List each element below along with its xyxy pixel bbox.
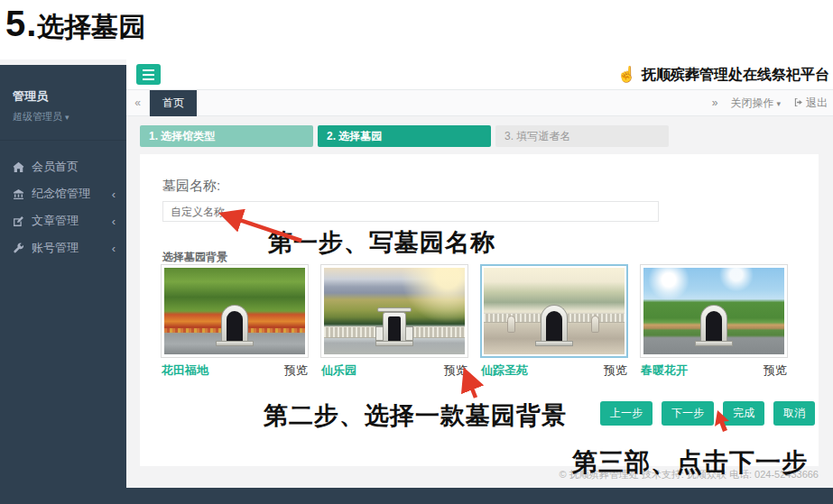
- edit-icon: [13, 215, 24, 227]
- sidebar-item-label: 纪念馆管理: [32, 186, 112, 202]
- statue-graphic: [591, 316, 599, 333]
- background-image-misty-mountains: [484, 268, 625, 354]
- bank-icon: [13, 188, 24, 200]
- preview-link[interactable]: 预览: [284, 362, 308, 379]
- cemetery-name-label: 墓园名称:: [162, 178, 220, 195]
- sidebar-item-label: 文章管理: [32, 213, 112, 229]
- sidebar-item-article-mgmt[interactable]: 文章管理 ‹: [0, 207, 126, 234]
- tombstone-graphic: [375, 312, 413, 346]
- cancel-button[interactable]: 取消: [773, 401, 815, 426]
- hand-point-icon: ☝: [617, 66, 636, 83]
- background-card-3-selected[interactable]: 仙踪圣苑 预览: [480, 264, 628, 379]
- background-name-link[interactable]: 仙踪圣苑: [481, 362, 528, 379]
- tombstone-graphic: [535, 305, 573, 346]
- prev-step-button[interactable]: 上一步: [600, 401, 653, 426]
- sidebar: 管理员 超级管理员▾ 会员首页 纪念馆管理 ‹ 文章管理 ‹: [0, 65, 126, 488]
- caret-down-icon: ▾: [65, 113, 69, 122]
- chevron-left-icon: ‹: [112, 188, 116, 201]
- home-icon: [13, 161, 24, 173]
- background-name-link[interactable]: 仙乐园: [321, 362, 356, 379]
- tab-scroll-left-icon[interactable]: «: [126, 90, 150, 115]
- background-image-spring-garden: [643, 268, 784, 354]
- caret-down-icon: ▾: [776, 99, 781, 108]
- wizard-step-3[interactable]: 3. 填写逝者名: [495, 125, 669, 147]
- annotation-step3-text: 第三部、点击下一步: [572, 445, 808, 480]
- sidebar-profile: 管理员 超级管理员▾: [0, 65, 126, 141]
- preview-link[interactable]: 预览: [444, 362, 467, 379]
- chevron-left-icon: ‹: [112, 242, 116, 255]
- background-section-label: 选择墓园背景: [162, 250, 227, 265]
- sidebar-item-memorial-mgmt[interactable]: 纪念馆管理 ‹: [0, 180, 126, 207]
- background-card-1[interactable]: 花田福地 预览: [161, 264, 309, 379]
- preview-link[interactable]: 预览: [604, 362, 627, 379]
- tab-scroll-right-icon[interactable]: »: [712, 96, 718, 109]
- cemetery-name-input[interactable]: [162, 201, 659, 222]
- sidebar-item-member-home[interactable]: 会员首页: [0, 153, 126, 180]
- preview-link[interactable]: 预览: [764, 362, 787, 379]
- screenshot-root: 5.选择墓园 管理员 超级管理员▾ 会员首页 纪念馆管理 ‹: [0, 0, 833, 504]
- background-card-2[interactable]: 仙乐园 预览: [320, 264, 468, 379]
- statue-graphic: [507, 316, 515, 333]
- menu-icon: [143, 69, 154, 71]
- chevron-left-icon: ‹: [112, 215, 116, 228]
- wizard-buttons: 上一步 下一步 完成 取消: [600, 401, 815, 426]
- wizard-steps: 1. 选择馆类型 2. 选择墓园 3. 填写逝者名: [140, 125, 669, 147]
- main-content: 1. 选择馆类型 2. 选择墓园 3. 填写逝者名 墓园名称: 选择墓园背景: [126, 116, 833, 488]
- close-operations-dropdown[interactable]: 关闭操作▾: [730, 96, 781, 111]
- logout-button[interactable]: 退出: [793, 96, 828, 111]
- page-title-number: 5.: [5, 4, 37, 43]
- tab-home[interactable]: 首页: [150, 90, 197, 116]
- bottom-bar: [0, 488, 833, 504]
- logout-icon: [793, 97, 803, 107]
- finish-button[interactable]: 完成: [723, 401, 764, 426]
- platform-brand: ☝抚顺殡葬管理处在线祭祀平台: [617, 65, 829, 85]
- wrench-icon: [13, 243, 24, 254]
- page-title: 5.选择墓园: [5, 4, 145, 46]
- top-navbar: ☝抚顺殡葬管理处在线祭祀平台: [126, 60, 833, 90]
- annotation-step2-text: 第二步、选择一款墓园背景: [264, 399, 567, 432]
- sidebar-menu: 会员首页 纪念馆管理 ‹ 文章管理 ‹ 账号管理 ‹: [0, 153, 126, 261]
- annotation-step1-text: 第一步、写墓园名称: [268, 226, 495, 259]
- tab-tools: » 关闭操作▾ 退出: [712, 90, 828, 115]
- user-role-dropdown[interactable]: 超级管理员▾: [13, 110, 114, 124]
- tab-bar: « 首页 » 关闭操作▾ 退出: [126, 90, 833, 116]
- page-title-text: 选择墓园: [37, 12, 145, 41]
- tombstone-graphic: [695, 305, 733, 346]
- menu-toggle-button[interactable]: [136, 64, 161, 85]
- sidebar-item-label: 会员首页: [32, 159, 116, 175]
- user-name: 管理员: [13, 88, 114, 105]
- platform-brand-text: 抚顺殡葬管理处在线祭祀平台: [642, 67, 829, 82]
- background-name-link[interactable]: 春暖花开: [641, 362, 688, 379]
- sidebar-item-account-mgmt[interactable]: 账号管理 ‹: [0, 234, 126, 261]
- background-card-4[interactable]: 春暖花开 预览: [640, 264, 788, 379]
- wizard-step-2[interactable]: 2. 选择墓园: [318, 125, 491, 147]
- tombstone-graphic: [216, 305, 254, 346]
- background-gallery: 花田福地 预览 仙乐园 预览: [161, 264, 788, 379]
- background-image-paradise-hills: [324, 268, 465, 354]
- next-step-button[interactable]: 下一步: [662, 401, 714, 426]
- background-name-link[interactable]: 花田福地: [162, 362, 208, 379]
- background-image-flower-field: [164, 268, 305, 354]
- wizard-step-1[interactable]: 1. 选择馆类型: [140, 125, 313, 147]
- sidebar-item-label: 账号管理: [32, 240, 112, 256]
